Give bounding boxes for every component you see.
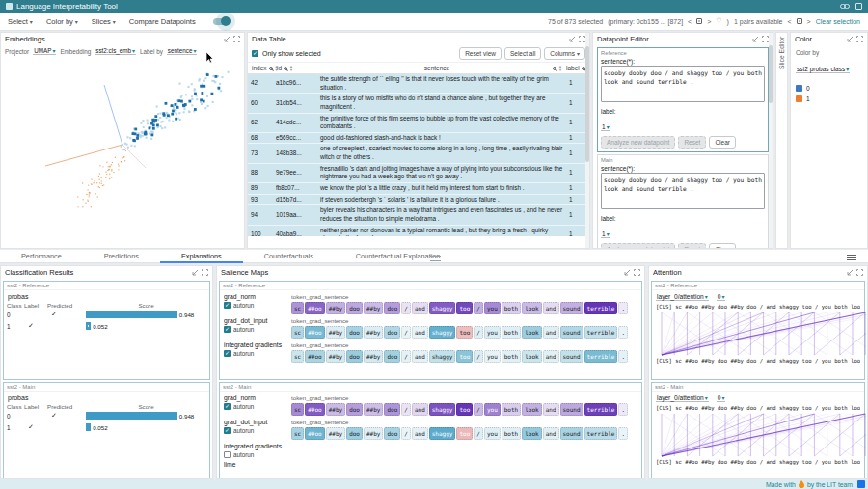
table-row[interactable]: 941019aa...byler reveals his characters …: [248, 205, 589, 225]
token-chip[interactable]: ##oo: [305, 326, 324, 339]
token-chip[interactable]: terrible: [584, 302, 618, 314]
search-icon[interactable]: [269, 67, 273, 70]
primary-prev-button[interactable]: <: [688, 18, 692, 25]
columns-button[interactable]: Columns▾: [544, 47, 585, 60]
layer-select[interactable]: layer_0/attention▾: [656, 293, 709, 301]
token-chip[interactable]: sound: [560, 427, 583, 440]
token-chip[interactable]: and: [412, 350, 428, 363]
head-select[interactable]: 0▾: [717, 293, 726, 301]
token-chip[interactable]: /: [401, 302, 411, 314]
token-chip[interactable]: look: [522, 427, 541, 440]
primary-next-button[interactable]: >: [707, 18, 711, 25]
minimize-icon[interactable]: [752, 36, 759, 42]
menu-icon[interactable]: [847, 253, 856, 261]
layer-select[interactable]: layer_0/attention▾: [656, 394, 709, 402]
token-chip[interactable]: doo: [346, 427, 363, 440]
token-chip[interactable]: ##by: [364, 427, 383, 440]
tab-performance[interactable]: Performance: [0, 250, 83, 263]
maximize-icon[interactable]: [202, 269, 208, 276]
reset-button[interactable]: Reset: [678, 136, 706, 149]
table-row[interactable]: 6031db54...this is a story of two misfit…: [248, 94, 589, 113]
token-chip[interactable]: sc: [291, 302, 304, 314]
token-chip[interactable]: and: [412, 427, 428, 440]
docs-icon[interactable]: [855, 3, 862, 10]
token-chip[interactable]: sc: [291, 427, 304, 440]
table-row[interactable]: 93d15b7d...if steven soderbergh 's ` sol…: [248, 195, 589, 206]
only-show-selected-checkbox[interactable]: ✓: [252, 50, 258, 57]
token-chip[interactable]: .: [618, 302, 628, 314]
search-icon[interactable]: [284, 67, 287, 70]
token-chip[interactable]: ##by: [326, 403, 345, 416]
token-chip[interactable]: look: [522, 326, 541, 339]
maximize-icon[interactable]: [762, 36, 769, 42]
minimize-icon[interactable]: [847, 269, 854, 276]
token-chip[interactable]: doo: [346, 326, 363, 339]
embedding-scatter-plot[interactable]: [1, 58, 244, 248]
search-icon[interactable]: [553, 67, 556, 70]
token-chip[interactable]: and: [543, 403, 559, 416]
drag-handle[interactable]: [430, 254, 441, 262]
token-chip[interactable]: and: [543, 350, 559, 363]
maximize-icon[interactable]: [856, 36, 863, 42]
token-chip[interactable]: both: [502, 302, 521, 314]
table-row[interactable]: 62414cde...the primitive force of this f…: [248, 114, 589, 133]
token-chip[interactable]: you: [484, 326, 501, 339]
pair-prev-button[interactable]: <: [788, 18, 792, 25]
token-chip[interactable]: ##oo: [305, 427, 324, 440]
token-chip[interactable]: ##by: [364, 326, 383, 339]
token-chip[interactable]: too: [456, 302, 473, 314]
minimize-icon[interactable]: [224, 36, 231, 42]
token-chip[interactable]: and: [412, 326, 428, 339]
token-chip[interactable]: .: [618, 326, 628, 339]
token-chip[interactable]: ##by: [364, 403, 383, 416]
token-chip[interactable]: and: [412, 403, 428, 416]
token-chip[interactable]: /: [401, 403, 411, 416]
token-chip[interactable]: both: [502, 350, 521, 363]
token-chip[interactable]: and: [412, 302, 428, 314]
token-chip[interactable]: both: [502, 427, 521, 440]
token-chip[interactable]: ##by: [364, 350, 383, 363]
token-chip[interactable]: doo: [346, 403, 363, 416]
autorun-checkbox[interactable]: ✓: [224, 427, 231, 434]
token-chip[interactable]: shaggy: [429, 302, 456, 314]
token-chip[interactable]: ##by: [326, 326, 345, 339]
token-chip[interactable]: sound: [560, 403, 583, 416]
token-chip[interactable]: and: [543, 302, 559, 314]
reset-view-button[interactable]: Reset view: [459, 47, 502, 60]
head-select[interactable]: 0▾: [717, 394, 726, 402]
token-chip[interactable]: ##oo: [305, 403, 324, 416]
sentence-textarea[interactable]: scooby dooby doo / and shaggy too / you …: [601, 173, 765, 209]
table-scrollbar[interactable]: [585, 33, 589, 249]
token-chip[interactable]: both: [502, 403, 521, 416]
clear-selection-link[interactable]: Clear selection: [816, 18, 860, 25]
tab-predictions[interactable]: Predictions: [83, 250, 160, 263]
token-chip[interactable]: ##by: [326, 302, 345, 314]
token-chip[interactable]: doo: [384, 403, 400, 416]
tab-explanations[interactable]: Explanations: [160, 250, 243, 263]
color-by-select[interactable]: sst2 probas class▾: [796, 66, 850, 73]
token-chip[interactable]: /: [474, 302, 483, 314]
pair-focus-icon[interactable]: [797, 18, 802, 24]
token-chip[interactable]: doo: [384, 427, 400, 440]
pair-next-button[interactable]: >: [807, 18, 811, 25]
token-chip[interactable]: sound: [560, 326, 583, 339]
slice-editor-tab[interactable]: Slice Editor: [775, 32, 788, 249]
label-by-select[interactable]: sentence▾: [167, 47, 198, 55]
token-chip[interactable]: /: [401, 427, 411, 440]
token-chip[interactable]: terrible: [584, 403, 618, 416]
token-chip[interactable]: too: [456, 403, 473, 416]
token-chip[interactable]: shaggy: [429, 427, 456, 440]
token-chip[interactable]: too: [456, 350, 473, 363]
token-chip[interactable]: ##oo: [305, 302, 324, 314]
token-chip[interactable]: .: [618, 403, 628, 416]
token-chip[interactable]: sc: [291, 350, 304, 363]
table-row[interactable]: 42a1bc96...the subtle strength of `` ell…: [248, 74, 589, 94]
token-chip[interactable]: sc: [291, 326, 304, 339]
token-chip[interactable]: shaggy: [429, 403, 456, 416]
tab-counterfactuals[interactable]: Counterfactuals: [243, 250, 335, 263]
minimize-icon[interactable]: [624, 269, 631, 276]
token-chip[interactable]: you: [484, 350, 501, 363]
token-chip[interactable]: /: [474, 403, 483, 416]
token-chip[interactable]: you: [484, 403, 501, 416]
clear-button[interactable]: Clear: [709, 243, 736, 249]
